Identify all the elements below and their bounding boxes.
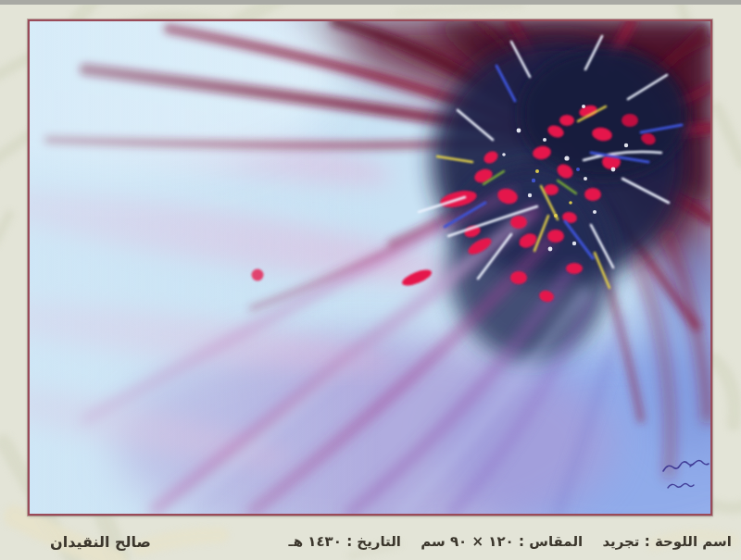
- painting-frame: [28, 19, 712, 516]
- artwork-info: اسم اللوحة : تجريد المقاس : ١٢٠ × ٩٠ سم …: [289, 533, 732, 550]
- artwork-date: التاريخ : ١٤٣٠ هـ: [289, 533, 401, 550]
- caption-row: اسم اللوحة : تجريد المقاس : ١٢٠ × ٩٠ سم …: [0, 533, 741, 555]
- artwork-title: اسم اللوحة : تجريد: [602, 533, 732, 550]
- painting-image: [30, 21, 710, 514]
- top-border-strip: [0, 0, 741, 5]
- left-fade-overlay: [30, 21, 382, 514]
- artist-name: صالح النقيدان: [50, 533, 151, 551]
- artwork-size: المقاس : ١٢٠ × ٩٠ سم: [421, 533, 583, 550]
